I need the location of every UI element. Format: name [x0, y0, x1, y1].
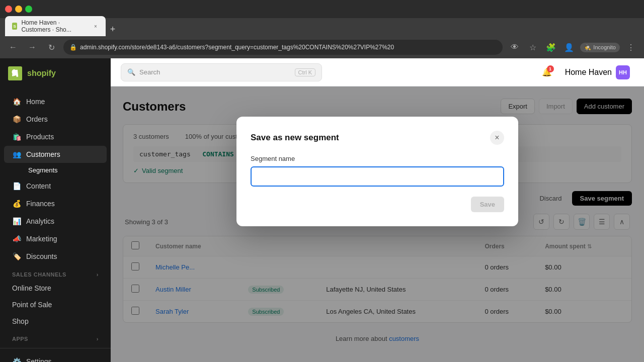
sidebar-item-content[interactable]: 📄 Content [4, 177, 107, 195]
content-icon: 📄 [12, 182, 21, 191]
sidebar-logo[interactable]: shopify [0, 58, 111, 88]
forward-button[interactable]: → [25, 40, 39, 54]
eye-off-icon[interactable]: 👁 [508, 40, 522, 54]
customers-icon: 👥 [12, 150, 21, 159]
new-tab-button[interactable]: + [106, 22, 120, 36]
home-icon: 🏠 [12, 97, 21, 106]
active-tab[interactable]: S Home Haven · Customers · Sho... × [5, 16, 106, 36]
segment-name-input[interactable] [251, 166, 504, 187]
browser-tab-bar: S Home Haven · Customers · Sho... × + [0, 18, 644, 36]
browser-address-bar: ← → ↻ 🔒 admin.shopify.com/store/de8143-a… [0, 36, 644, 58]
sidebar-item-label-discounts: Discounts [26, 252, 57, 260]
sidebar-item-home[interactable]: 🏠 Home [4, 93, 107, 110]
sidebar-item-analytics[interactable]: 📊 Analytics [4, 213, 107, 230]
shopify-logo-text: shopify [27, 69, 56, 78]
marketing-icon: 📣 [12, 234, 21, 243]
topbar-right: 🔔 1 Home Haven HH [539, 63, 634, 81]
avatar: HH [616, 65, 630, 79]
sales-channels-section: Sales channels › [0, 265, 111, 280]
sidebar-item-shop[interactable]: Shop [4, 313, 107, 329]
url-text: admin.shopify.com/store/de8143-a6/custom… [80, 44, 394, 51]
sidebar-item-online-store[interactable]: Online Store [4, 280, 107, 296]
sales-channels-expand[interactable]: › [97, 272, 99, 278]
notification-badge: 1 [547, 65, 554, 72]
sidebar-item-products[interactable]: 🛍️ Products [4, 128, 107, 145]
apps-section: Apps › [0, 330, 111, 344]
orders-icon: 📦 [12, 115, 21, 124]
sidebar-label-shop: Shop [12, 317, 29, 325]
browser-toolbar-actions: 👁 ☆ 🧩 👤 🕵️ Incognito ⋮ [508, 40, 638, 54]
sidebar-item-settings[interactable]: ⚙️ Settings [4, 353, 107, 362]
search-placeholder: Search [139, 68, 160, 76]
incognito-text: Incognito [593, 44, 616, 50]
sidebar-item-label-products: Products [26, 133, 54, 141]
sidebar-item-orders[interactable]: 📦 Orders [4, 111, 107, 128]
customers-sub-nav: Segments [0, 163, 111, 177]
modal-title: Save as new segment [251, 133, 339, 143]
profile-icon[interactable]: 👤 [562, 40, 576, 54]
store-name: Home Haven [565, 68, 612, 77]
segment-name-label: Segment name [251, 155, 504, 162]
page-content: Customers Export Import Add customer 3 c… [111, 86, 644, 362]
products-icon: 🛍️ [12, 132, 21, 141]
modal-close-button[interactable]: × [490, 131, 504, 145]
window-maximize-button[interactable] [25, 6, 32, 13]
sidebar-item-segments[interactable]: Segments [24, 163, 107, 177]
sidebar-label-online-store: Online Store [12, 284, 51, 292]
modal-header: Save as new segment × [251, 131, 504, 145]
search-bar[interactable]: 🔍 Search Ctrl K [121, 63, 322, 81]
sidebar-item-customers[interactable]: 👥 Customers [4, 146, 107, 163]
sidebar-item-marketing[interactable]: 📣 Marketing [4, 230, 107, 247]
shopify-icon [8, 66, 22, 80]
refresh-button[interactable]: ↻ [44, 40, 58, 54]
modal-footer: Save [251, 197, 504, 212]
sidebar-navigation: 🏠 Home 📦 Orders 🛍️ Products 👥 Customers … [0, 88, 111, 348]
sidebar-item-label-finances: Finances [26, 200, 55, 208]
tab-favicon: S [12, 23, 17, 30]
tab-close-button[interactable]: × [93, 22, 99, 30]
extensions-icon[interactable]: 🧩 [544, 40, 558, 54]
sidebar-item-label-analytics: Analytics [26, 217, 54, 225]
analytics-icon: 📊 [12, 217, 21, 226]
main-area: 🔍 Search Ctrl K 🔔 1 Home Haven HH Custom… [111, 58, 644, 362]
browser-window-controls [0, 0, 644, 18]
apps-label: Apps [12, 336, 28, 342]
window-minimize-button[interactable] [15, 6, 22, 13]
incognito-icon: 🕵️ [584, 44, 591, 51]
sidebar-label-settings: Settings [26, 357, 52, 362]
search-icon: 🔍 [127, 68, 135, 76]
sidebar-item-label-content: Content [26, 182, 51, 190]
apps-expand[interactable]: › [97, 336, 99, 342]
sidebar-item-discounts[interactable]: 🏷️ Discounts [4, 248, 107, 265]
incognito-badge: 🕵️ Incognito [580, 43, 620, 52]
url-bar[interactable]: 🔒 admin.shopify.com/store/de8143-a6/cust… [63, 40, 503, 55]
window-buttons [5, 6, 32, 13]
lock-icon: 🔒 [69, 44, 77, 51]
window-close-button[interactable] [5, 6, 12, 13]
save-segment-modal: Save as new segment × Segment name Save [236, 117, 518, 226]
sidebar-item-finances[interactable]: 💰 Finances [4, 195, 107, 212]
sidebar-item-label-customers: Customers [26, 150, 60, 158]
settings-icon: ⚙️ [12, 357, 21, 362]
sidebar-label-pos: Point of Sale [12, 301, 52, 309]
sidebar-bottom: ⚙️ Settings [0, 348, 111, 362]
sidebar-item-label-home: Home [26, 98, 45, 106]
sidebar-sub-label-segments: Segments [28, 166, 58, 174]
modal-save-button[interactable]: Save [471, 197, 504, 212]
sidebar-item-pos[interactable]: Point of Sale [4, 297, 107, 313]
sales-channels-label: Sales channels [12, 272, 66, 278]
finances-icon: 💰 [12, 199, 21, 208]
app-container: shopify 🏠 Home 📦 Orders 🛍️ Products 👥 Cu… [0, 58, 644, 362]
tab-title: Home Haven · Customers · Sho... [21, 19, 89, 33]
notification-button[interactable]: 🔔 1 [539, 64, 555, 80]
discounts-icon: 🏷️ [12, 252, 21, 261]
sidebar-item-label-orders: Orders [26, 115, 48, 123]
back-button[interactable]: ← [6, 40, 20, 54]
sidebar: shopify 🏠 Home 📦 Orders 🛍️ Products 👥 Cu… [0, 58, 111, 362]
search-shortcut: Ctrl K [295, 68, 316, 76]
topbar: 🔍 Search Ctrl K 🔔 1 Home Haven HH [111, 58, 644, 86]
more-options-icon[interactable]: ⋮ [624, 40, 638, 54]
star-icon[interactable]: ☆ [526, 40, 540, 54]
sidebar-item-label-marketing: Marketing [26, 235, 57, 243]
store-selector[interactable]: Home Haven HH [561, 63, 634, 81]
